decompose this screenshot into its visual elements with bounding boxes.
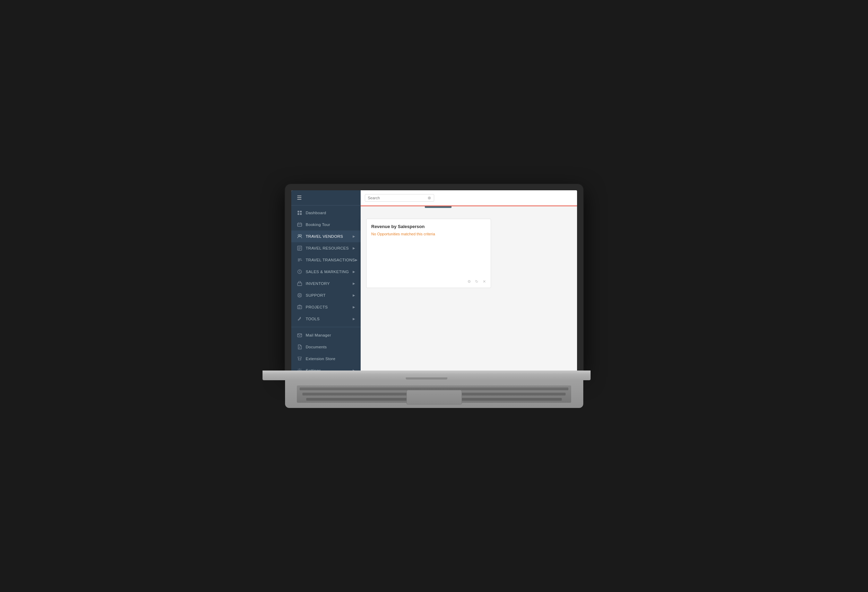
travel-resources-label: TRAVEL RESOURCES xyxy=(306,246,353,250)
tools-icon xyxy=(297,316,303,322)
search-container: ⊗ xyxy=(365,194,434,202)
sidebar-item-travel-vendors[interactable]: TRAVEL VENDORS ▶ xyxy=(291,231,361,242)
settings-icon xyxy=(297,368,303,371)
card-close-btn[interactable]: ✕ xyxy=(482,279,487,284)
sidebar-item-support[interactable]: SUPPORT ▶ xyxy=(291,289,361,301)
travel-vendors-arrow: ▶ xyxy=(353,235,355,238)
nav-divider xyxy=(291,327,361,327)
sidebar-item-booking-tour[interactable]: Booking Tour xyxy=(291,219,361,231)
sidebar-item-settings[interactable]: Settings ▶ xyxy=(291,365,361,371)
inventory-arrow: ▶ xyxy=(353,282,355,285)
card-refresh-btn[interactable]: ↻ xyxy=(474,279,480,284)
sales-icon xyxy=(297,269,303,274)
svg-rect-2 xyxy=(298,213,299,215)
booking-label: Booking Tour xyxy=(306,222,355,227)
vendors-icon xyxy=(297,234,303,239)
travel-resources-arrow: ▶ xyxy=(353,246,355,250)
svg-rect-3 xyxy=(300,213,302,215)
top-bar: ⊗ xyxy=(361,190,577,206)
travel-transactions-arrow: ▶ xyxy=(355,258,357,262)
support-label: SUPPORT xyxy=(306,293,353,297)
main-content: ⊗ Hotel Vendor Revenue by Salesperson No… xyxy=(361,190,577,371)
booking-icon xyxy=(297,222,303,227)
revenue-card-message: No Opportunities matched this criteria xyxy=(371,232,486,236)
hamburger-icon[interactable]: ☰ xyxy=(297,194,302,201)
sidebar-item-extension-store[interactable]: Extension Store xyxy=(291,353,361,365)
mail-manager-label: Mail Manager xyxy=(306,333,355,337)
travel-vendors-label: TRAVEL VENDORS xyxy=(306,234,353,239)
svg-point-6 xyxy=(300,235,301,236)
support-arrow: ▶ xyxy=(353,293,355,297)
search-input[interactable] xyxy=(368,196,428,200)
trackpad xyxy=(406,390,462,405)
svg-point-14 xyxy=(299,370,300,371)
sidebar: ☰ xyxy=(291,190,361,371)
sidebar-item-sales-marketing[interactable]: SALES & MARKETING ▶ xyxy=(291,266,361,278)
hotel-vendor-tooltip: Hotel Vendor xyxy=(425,206,452,208)
mail-icon xyxy=(297,332,303,338)
dashboard-label: Dashboard xyxy=(306,211,355,215)
support-icon xyxy=(297,293,303,298)
svg-rect-9 xyxy=(298,283,302,286)
svg-point-5 xyxy=(298,235,300,236)
tools-label: TOOLS xyxy=(306,317,353,321)
svg-point-11 xyxy=(299,295,300,296)
sidebar-item-dashboard[interactable]: Dashboard xyxy=(291,207,361,219)
projects-icon xyxy=(297,304,303,310)
sidebar-item-mail-manager[interactable]: Mail Manager xyxy=(291,329,361,341)
revenue-card-title: Revenue by Salesperson xyxy=(371,224,486,229)
sidebar-item-projects[interactable]: PROJECTS ▶ xyxy=(291,301,361,313)
documents-icon xyxy=(297,344,303,350)
travel-transactions-label: TRAVEL TRANSACTIONS xyxy=(306,258,355,262)
sales-arrow: ▶ xyxy=(353,270,355,274)
store-icon xyxy=(297,356,303,361)
inventory-icon xyxy=(297,281,303,286)
laptop-base xyxy=(263,371,590,380)
settings-arrow: ▶ xyxy=(353,369,355,371)
dashboard-icon xyxy=(297,210,303,216)
resources-icon xyxy=(297,245,303,251)
extension-store-label: Extension Store xyxy=(306,357,355,361)
sidebar-item-travel-resources[interactable]: TRAVEL RESOURCES ▶ xyxy=(291,242,361,254)
card-settings-btn[interactable]: ⚙ xyxy=(466,279,472,284)
sidebar-item-documents[interactable]: Documents xyxy=(291,341,361,353)
documents-label: Documents xyxy=(306,345,355,349)
search-clear-icon[interactable]: ⊗ xyxy=(428,196,431,200)
sidebar-item-inventory[interactable]: INVENTORY ▶ xyxy=(291,278,361,289)
laptop-keyboard xyxy=(285,380,583,408)
projects-arrow: ▶ xyxy=(353,305,355,309)
laptop-notch xyxy=(406,377,447,380)
sidebar-nav: Dashboard Booking Tour xyxy=(291,206,361,371)
sidebar-header: ☰ xyxy=(291,190,361,206)
sidebar-item-travel-transactions[interactable]: TRAVEL TRANSACTIONS ▶ xyxy=(291,254,361,266)
projects-label: PROJECTS xyxy=(306,305,353,309)
transactions-icon xyxy=(297,257,303,263)
tools-arrow: ▶ xyxy=(353,317,355,321)
revenue-card: Revenue by Salesperson No Opportunities … xyxy=(366,219,491,288)
svg-rect-0 xyxy=(298,211,299,212)
card-actions: ⚙ ↻ ✕ xyxy=(466,279,487,284)
inventory-label: INVENTORY xyxy=(306,281,353,286)
settings-label: Settings xyxy=(306,368,353,371)
sidebar-item-tools[interactable]: TOOLS ▶ xyxy=(291,313,361,325)
svg-rect-1 xyxy=(300,211,302,212)
content-area: Hotel Vendor Revenue by Salesperson No O… xyxy=(361,206,577,371)
sales-label: SALES & MARKETING xyxy=(306,269,353,274)
